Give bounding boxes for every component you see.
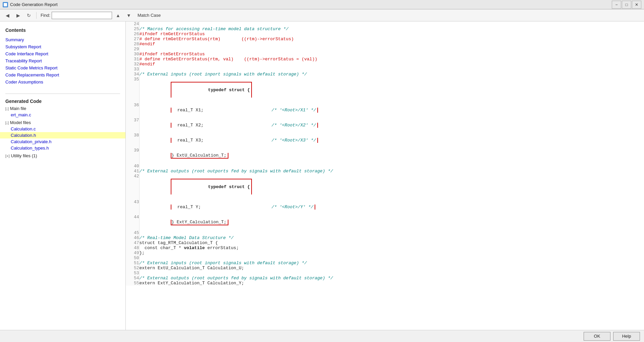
- toolbar: ◀ ▶ ↻ Find: ▲ ▼ Match Case: [0, 9, 644, 21]
- window-controls: − □ ✕: [612, 1, 641, 9]
- line-number: 44: [126, 215, 139, 230]
- line-code: [139, 255, 644, 261]
- line-code: #ifndef rtmGetErrorStatus: [139, 32, 644, 37]
- find-up-button[interactable]: ▲: [113, 11, 123, 20]
- table-row: 36 real_T X1; /* '<Root>/X1' */: [126, 103, 644, 118]
- line-number: 28: [126, 42, 139, 47]
- sidebar-link-code-interface[interactable]: Code Interface Report: [0, 50, 125, 57]
- line-number: 36: [126, 103, 139, 118]
- sidebar-link-traceability[interactable]: Traceability Report: [0, 57, 125, 64]
- line-code: } ExtY_Calculation_T;: [139, 215, 644, 230]
- utility-files-toggle[interactable]: [+]: [5, 154, 10, 158]
- table-row: 40: [126, 164, 644, 169]
- line-number: 47: [126, 240, 139, 245]
- model-files-toggle[interactable]: [-]: [5, 121, 9, 125]
- line-code: /* External outputs (root outports fed b…: [139, 169, 644, 174]
- line-number: 25: [126, 26, 139, 32]
- table-row: 33: [126, 67, 644, 72]
- table-row: 31 # define rtmSetErrorStatus(rtm, val) …: [126, 57, 644, 62]
- sidebar-file-calculation-types-h[interactable]: Calculation_types.h: [0, 145, 125, 151]
- sidebar-file-calculation-private-h[interactable]: Calculation_private.h: [0, 138, 125, 145]
- table-row: 45: [126, 230, 644, 235]
- find-down-button[interactable]: ▼: [124, 11, 133, 20]
- line-code: };: [139, 250, 644, 255]
- line-code: [139, 21, 644, 26]
- sidebar-link-code-replacements[interactable]: Code Replacements Report: [0, 71, 125, 78]
- line-code: #endif: [139, 42, 644, 47]
- table-row: 52 extern ExtU_Calculation_T Calculation…: [126, 266, 644, 271]
- table-row: 47 struct tag_RTM_Calculation_T {: [126, 240, 644, 245]
- table-row: 28 #endif: [126, 42, 644, 47]
- line-code: [139, 47, 644, 52]
- table-row: 35 typedef struct {: [126, 77, 644, 103]
- table-row: 37 real_T X2; /* '<Root>/X2' */: [126, 118, 644, 133]
- line-number: 54: [126, 276, 139, 281]
- line-code: /* External inputs (root inport signals …: [139, 72, 644, 77]
- line-number: 27: [126, 37, 139, 42]
- maximize-button[interactable]: □: [622, 1, 631, 9]
- line-code: const char_T * volatile errorStatus;: [139, 245, 644, 250]
- sidebar-file-calculation-c[interactable]: Calculation.c: [0, 126, 125, 132]
- line-code: real_T X1; /* '<Root>/X1' */: [139, 103, 644, 118]
- line-code: # define rtmSetErrorStatus(rtm, val) ((r…: [139, 57, 644, 62]
- line-code: real_T Y; /* '<Root>/Y' */: [139, 199, 644, 215]
- line-number: 38: [126, 133, 139, 148]
- line-number: 29: [126, 47, 139, 52]
- line-number: 33: [126, 67, 139, 72]
- line-number: 43: [126, 199, 139, 215]
- line-code: real_T X3; /* '<Root>/X3' */: [139, 133, 644, 148]
- table-row: 55 extern ExtY_Calculation_T Calculation…: [126, 281, 644, 286]
- sidebar-link-subsystem[interactable]: Subsystem Report: [0, 43, 125, 50]
- utility-files-tree-item: [+] Utility files (1): [0, 153, 125, 159]
- line-number: 39: [126, 148, 139, 164]
- back-button[interactable]: ◀: [3, 11, 12, 20]
- main-layout: Contents Summary Subsystem Report Code I…: [0, 21, 644, 330]
- table-row: 49 };: [126, 250, 644, 255]
- sidebar-file-ert-main[interactable]: ert_main.c: [0, 112, 125, 118]
- title-bar-left: Code Generation Report: [3, 2, 58, 7]
- table-row: 24: [126, 21, 644, 26]
- sidebar-link-summary[interactable]: Summary: [0, 36, 125, 43]
- refresh-button[interactable]: ↻: [24, 11, 34, 20]
- line-number: 32: [126, 62, 139, 67]
- line-code: extern ExtY_Calculation_T Calculation_Y;: [139, 281, 644, 286]
- table-row: 38 real_T X3; /* '<Root>/X3' */: [126, 133, 644, 148]
- close-button[interactable]: ✕: [632, 1, 641, 9]
- model-files-label: Model files: [10, 120, 31, 125]
- sidebar-file-calculation-h[interactable]: Calculation.h: [0, 132, 125, 138]
- line-number: 40: [126, 164, 139, 169]
- window-title: Code Generation Report: [10, 2, 58, 7]
- code-area[interactable]: 24 25 /* Macros for accessing real-time …: [126, 21, 644, 330]
- line-code: extern ExtU_Calculation_T Calculation_U;: [139, 266, 644, 271]
- sidebar-link-coder-assumptions[interactable]: Coder Assumptions: [0, 78, 125, 86]
- table-row: 39 } ExtU_Calculation_T;: [126, 148, 644, 164]
- table-row: 51 /* External inputs (root inport signa…: [126, 261, 644, 266]
- line-number: 48: [126, 245, 139, 250]
- minimize-button[interactable]: −: [612, 1, 621, 9]
- generated-code-title: Generated Code: [0, 97, 125, 105]
- line-number: 55: [126, 281, 139, 286]
- line-code: typedef struct {: [139, 174, 644, 199]
- sidebar-link-static-code[interactable]: Static Code Metrics Report: [0, 64, 125, 71]
- line-code: real_T X2; /* '<Root>/X2' */: [139, 118, 644, 133]
- line-code: /* Macros for accessing real-time model …: [139, 26, 644, 32]
- line-code: [139, 271, 644, 276]
- line-code: [139, 67, 644, 72]
- table-row: 44 } ExtY_Calculation_T;: [126, 215, 644, 230]
- forward-button[interactable]: ▶: [13, 11, 23, 20]
- line-number: 46: [126, 235, 139, 240]
- table-row: 41 /* External outputs (root outports fe…: [126, 169, 644, 174]
- ok-button[interactable]: OK: [584, 332, 610, 341]
- line-code: #endif: [139, 62, 644, 67]
- line-code: [139, 230, 644, 235]
- table-row: 50: [126, 255, 644, 261]
- find-label: Find:: [41, 13, 50, 18]
- main-file-toggle[interactable]: [-]: [5, 107, 9, 111]
- line-code: typedef struct {: [139, 77, 644, 103]
- line-code: /* External outputs (root outports fed b…: [139, 276, 644, 281]
- line-code: # define rtmGetErrorStatus(rtm) ((rtm)->…: [139, 37, 644, 42]
- help-button[interactable]: Help: [613, 332, 640, 341]
- line-number: 26: [126, 32, 139, 37]
- table-row: 32 #endif: [126, 62, 644, 67]
- find-input[interactable]: [52, 12, 112, 19]
